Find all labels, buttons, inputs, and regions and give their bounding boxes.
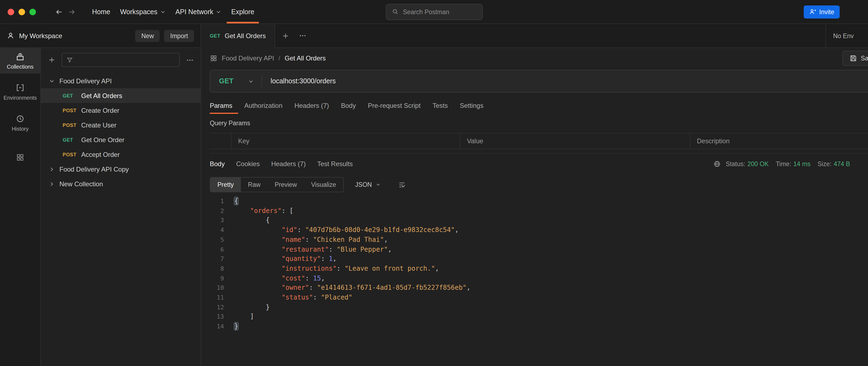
breadcrumb-collection[interactable]: Food Delivery API [222,54,274,62]
wrap-text-button[interactable] [395,177,409,192]
tab-body[interactable]: Body [335,98,362,114]
tree-item-label: Get All Orders [81,92,122,99]
history-clock-icon [16,114,25,123]
response-body-code[interactable]: 1{2 "orders": [3 {4 "id": "407d7b6b-08d0… [210,197,868,332]
response-tab-headers[interactable]: Headers (7) [271,160,306,168]
code-line-content: "cost": 15, [234,274,325,283]
param-select-column [210,133,231,149]
filter-funnel-icon [66,57,73,63]
line-number: 14 [210,322,224,331]
tab-authorization[interactable]: Authorization [238,98,288,114]
view-preview[interactable]: Preview [268,177,304,192]
request-get-all-orders[interactable]: GET Get All Orders [41,88,200,103]
app-header: Home Workspaces API Network Explore Invi… [0,0,868,24]
forward-button[interactable] [65,5,79,18]
line-number: 8 [210,264,224,274]
tab-tests[interactable]: Tests [427,98,454,114]
tree-item-label: New Collection [59,180,103,188]
time-value[interactable]: 14 ms [793,161,810,167]
rail-history[interactable]: History [0,110,40,136]
save-floppy-icon [849,54,857,62]
status-value[interactable]: 200 OK [747,161,769,167]
request-create-order[interactable]: POST Create Order [41,103,200,118]
collection-food-delivery-api[interactable]: Food Delivery API [41,73,200,88]
line-number: 5 [210,235,224,245]
request-get-one-order[interactable]: GET Get One Order [41,132,200,147]
search-input[interactable] [403,8,476,15]
request-panel: Food Delivery API / Get All Orders Save … [201,48,868,366]
tab-params[interactable]: Params [210,98,238,114]
line-number: 7 [210,254,224,264]
method-selector[interactable]: GET [210,70,261,92]
response-tab-cookies[interactable]: Cookies [236,160,260,168]
line-number: 12 [210,303,224,312]
view-mode-group: Pretty Raw Preview Visualize [210,177,344,192]
new-tab-button[interactable] [278,29,292,43]
collection-new-collection[interactable]: New Collection [41,176,200,191]
response-tab-test-results[interactable]: Test Results [317,160,353,168]
back-button[interactable] [52,5,65,18]
minimize-window-button[interactable] [19,8,25,15]
params-header-row: Key Value Description [210,133,868,149]
import-button[interactable]: Import [164,30,194,42]
chevron-right-icon [49,166,56,172]
sidebar-search[interactable] [62,53,180,67]
view-raw[interactable]: Raw [241,177,268,192]
request-create-user[interactable]: POST Create User [41,118,200,132]
close-window-button[interactable] [8,8,14,15]
url-input[interactable]: localhost:3000/orders [271,77,336,85]
rail-environments-label: Environments [4,95,37,101]
method-badge: POST [63,152,79,157]
view-visualize[interactable]: Visualize [304,177,343,192]
request-tab-get-all-orders[interactable]: GET Get All Orders [201,24,275,48]
nav-workspaces-label: Workspaces [120,8,157,15]
new-button[interactable]: New [135,30,160,42]
chevron-down-icon [216,9,221,14]
rail-environments[interactable]: Environments [0,79,40,105]
nav-home[interactable]: Home [87,0,115,24]
globe-icon[interactable] [713,160,721,168]
collection-food-delivery-api-copy[interactable]: Food Delivery API Copy [41,162,200,176]
invite-button[interactable]: Invite [803,5,840,18]
response-tabs: Body Cookies Headers (7) Test Results [210,160,353,168]
format-selector[interactable]: JSON [349,177,387,192]
workspace-title[interactable]: My Workspace [19,32,62,39]
breadcrumb-separator: / [278,54,280,62]
view-pretty[interactable]: Pretty [210,177,241,192]
response-view-controls: Pretty Raw Preview Visualize JSON [210,177,868,192]
chevron-down-icon [160,9,166,14]
breadcrumb-request[interactable]: Get All Orders [285,54,326,62]
code-line-content: } [234,322,238,331]
left-rail: Collections Environments History [0,48,41,366]
sidebar-options-button[interactable] [184,53,195,67]
global-search[interactable] [385,4,483,20]
code-line-content: { [234,197,238,206]
request-accept-order[interactable]: POST Accept Order [41,147,200,162]
nav-workspaces[interactable]: Workspaces [115,0,170,24]
nav-explore[interactable]: Explore [226,0,259,24]
save-button[interactable]: Save [842,51,868,66]
zoom-window-button[interactable] [29,8,36,15]
sidebar-add-button[interactable] [46,53,57,67]
rail-collections[interactable]: Collections [0,48,40,73]
code-line: 10 "owner": "e1414613-f671-4ad1-85d7-fb5… [210,284,868,293]
divider [261,75,262,87]
size-value[interactable]: 474 B [834,161,850,167]
response-tab-body[interactable]: Body [210,160,225,168]
tab-options-button[interactable] [296,29,310,43]
breadcrumb-row: Food Delivery API / Get All Orders Save [210,48,868,68]
more-options-icon [186,56,194,64]
tree-item-label: Create User [81,121,116,129]
nav-api-network[interactable]: API Network [170,0,226,24]
method-badge: POST [63,122,79,128]
tab-pre-request-script[interactable]: Pre-request Script [362,98,426,114]
request-tabs: Params Authorization Headers (7) Body Pr… [210,98,868,114]
rail-more-tools[interactable] [0,149,40,166]
tab-headers[interactable]: Headers (7) [288,98,335,114]
wrap-text-icon [398,180,406,189]
code-line: 11 "status": "Placed" [210,293,868,303]
environment-selector[interactable]: No Env [826,24,868,48]
tab-settings[interactable]: Settings [454,98,490,114]
sidebar-search-input[interactable] [77,57,175,63]
nav-api-network-label: API Network [176,8,213,15]
